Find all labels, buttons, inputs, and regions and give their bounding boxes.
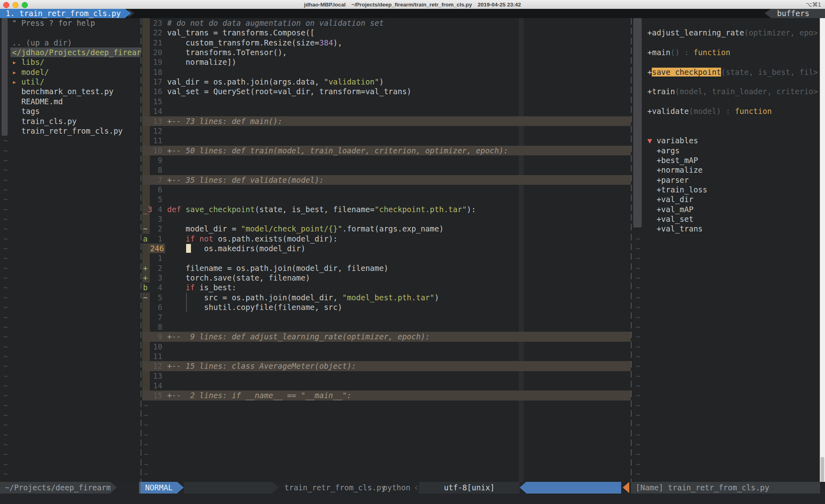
code-line[interactable]: 2~ model_dir = "model/check_point/{}".fo… (142, 224, 631, 233)
token (195, 234, 199, 243)
scrollbar-track[interactable] (820, 18, 825, 482)
code-line[interactable]: 15 (142, 97, 631, 106)
code-line[interactable]: 14 (142, 106, 631, 116)
code-line[interactable]: 10 (142, 342, 631, 351)
line-number: 7 (142, 175, 162, 185)
tagbar-item[interactable]: +train(model, train_loader, criterio> (632, 87, 820, 96)
code-line[interactable]: 7 (142, 312, 631, 322)
code-line[interactable]: 8 (142, 322, 631, 332)
code-line[interactable]: 4_3def save_checkpoint(state, is_best, f… (142, 204, 631, 214)
nerdtree-item[interactable]: " Press ? for help (0, 18, 141, 28)
fold-line[interactable]: +-- 9 lines: def adjust_learning_rate(op… (142, 332, 631, 341)
tagbar-item[interactable]: +main() : function (632, 48, 820, 57)
nerdtree-item[interactable] (0, 28, 141, 37)
tagbar-item[interactable]: +val_trans (632, 224, 820, 233)
fold-line[interactable]: +-- 73 lines: def main():13 (142, 116, 631, 126)
nerdtree-scrollbar-thumb[interactable] (2, 18, 8, 136)
tagbar-item[interactable]: ▼ variables (632, 136, 820, 145)
cursor (186, 244, 191, 253)
code-line[interactable]: 1 (142, 253, 631, 263)
code-line[interactable]: 23# do not do data augmentation on valid… (142, 18, 631, 28)
nerdtree-item[interactable]: train_cls.py (0, 116, 141, 126)
code-line[interactable]: 18 (142, 67, 631, 77)
code-line[interactable]: 9 (142, 155, 631, 165)
gutter-sign: ~ (142, 224, 150, 233)
code-line[interactable]: 4b if is_best: (142, 283, 631, 292)
code-line[interactable]: 246 os.makedirs(model_dir) (142, 244, 631, 253)
code-line[interactable]: 6 shutil.copyfile(filename, src) (142, 302, 631, 312)
nerdtree-item[interactable]: README.md (0, 97, 141, 106)
token: +adjust_learning_rate (647, 28, 744, 37)
command-line[interactable] (0, 494, 825, 504)
nerdtree-item[interactable]: .. (up a dir) (0, 38, 141, 48)
code-line[interactable]: 3+ torch.save(state, filename) (142, 273, 631, 283)
tagbar-item[interactable]: +args (632, 146, 820, 155)
token: variables (652, 136, 698, 145)
token: ~ (3, 215, 8, 223)
tagbar-item[interactable]: +parser (632, 175, 820, 185)
tagbar-item[interactable]: +train_loss (632, 185, 820, 194)
fold-line[interactable]: +-- 2 lines: if __name__ == "__main__":1… (142, 390, 631, 400)
fold-line[interactable]: +-- 35 lines: def validate(model):7 (142, 175, 631, 185)
window-separator-left[interactable] (141, 18, 141, 482)
code-line[interactable]: 14 (142, 381, 631, 390)
line-number: 10 (142, 146, 162, 155)
nerdtree-item[interactable]: tags (0, 106, 141, 116)
nerdtree-panel: " Press ? for help.. (up a dir)</jdhao/P… (0, 18, 141, 482)
line-number: 14 (142, 381, 162, 390)
tagbar-scrollbar-thumb[interactable] (633, 18, 642, 227)
nerdtree-item[interactable]: ▸ model/ (0, 67, 141, 77)
tagbar-item[interactable]: +val_mAP (632, 204, 820, 214)
buffers-label[interactable]: buffers (771, 9, 825, 18)
nerdtree-item[interactable]: ▸ libs/ (0, 57, 141, 67)
code-line[interactable]: 3 (142, 214, 631, 224)
tagbar-item[interactable]: +adjust_learning_rate(optimizer, epo> (632, 28, 820, 37)
code-line[interactable]: 1a if not os.path.exists(model_dir): (142, 234, 631, 244)
code-line[interactable]: 19 normalize]) (142, 57, 631, 67)
tagbar-item[interactable]: +best_mAP (632, 155, 820, 165)
code-line[interactable]: 11 (142, 351, 631, 361)
code-line[interactable]: 12 (142, 126, 631, 136)
code-line[interactable]: 22val_trans = transforms.Compose([ (142, 28, 631, 37)
nerdtree-item[interactable]: ▸ util/ (0, 77, 141, 87)
fold-line[interactable]: +-- 15 lines: class AverageMeter(object)… (142, 361, 631, 371)
token: ~ (636, 372, 640, 380)
tilde: ~ (632, 371, 820, 381)
code-line[interactable]: 11 (142, 136, 631, 145)
token: is_best: (195, 283, 236, 292)
token: ▸ (12, 68, 21, 76)
window-separator-right[interactable] (631, 18, 632, 482)
token: save_checkpoint (652, 68, 721, 76)
token: ~ (3, 322, 8, 331)
tilde: ~ (0, 401, 141, 410)
tilde: ~ (632, 332, 820, 341)
code-line[interactable]: 5~ src = os.path.join(model_dir, "model_… (142, 293, 631, 302)
tagbar-item[interactable]: +save_checkpoint(state, is_best, fil> (632, 67, 820, 77)
code-line[interactable]: 21 custom_transform.Resize(size=384), (142, 38, 631, 48)
token: ▼ (647, 136, 652, 145)
line-number: 22 (142, 28, 162, 37)
statusline-filetype: python (383, 482, 410, 494)
code-line[interactable]: 8 (142, 165, 631, 175)
code-line[interactable]: 20 transforms.ToTensor(), (142, 48, 631, 57)
tagbar-item[interactable]: +val_set (632, 214, 820, 224)
code-line[interactable]: 16val_set = QuerySet(root=val_dir, trans… (142, 87, 631, 96)
editor-panel: 23# do not do data augmentation on valid… (142, 18, 631, 482)
code-line[interactable]: 17val_dir = os.path.join(args.data, "val… (142, 77, 631, 87)
nerdtree-item[interactable]: benchmark_on_test.py (0, 87, 141, 96)
code-line[interactable]: 13 (142, 371, 631, 381)
line-number: 20 (142, 48, 162, 57)
code-line[interactable]: 5 (142, 194, 631, 204)
token: normalize]) (167, 58, 236, 66)
tagbar-item[interactable]: +validate(model) : function (632, 106, 820, 116)
nerdtree-item[interactable]: train_retr_from_cls.py (0, 126, 141, 136)
fold-line[interactable]: +-- 50 lines: def train(model, train_loa… (142, 146, 631, 155)
tilde: ~ (632, 302, 820, 312)
tagbar-item[interactable]: +val_dir (632, 194, 820, 204)
tab-train-retr-from-cls[interactable]: 1. train_retr_from_cls.py (0, 9, 125, 18)
tagbar-item[interactable]: +normalize (632, 165, 820, 175)
nerdtree-item[interactable]: </jdhao/Projects/deep_firear> (0, 48, 141, 57)
code-line[interactable]: 2+ filename = os.path.join(model_dir, fi… (142, 263, 631, 273)
gutter-sign: b (142, 283, 150, 292)
code-line[interactable]: 6 (142, 185, 631, 194)
